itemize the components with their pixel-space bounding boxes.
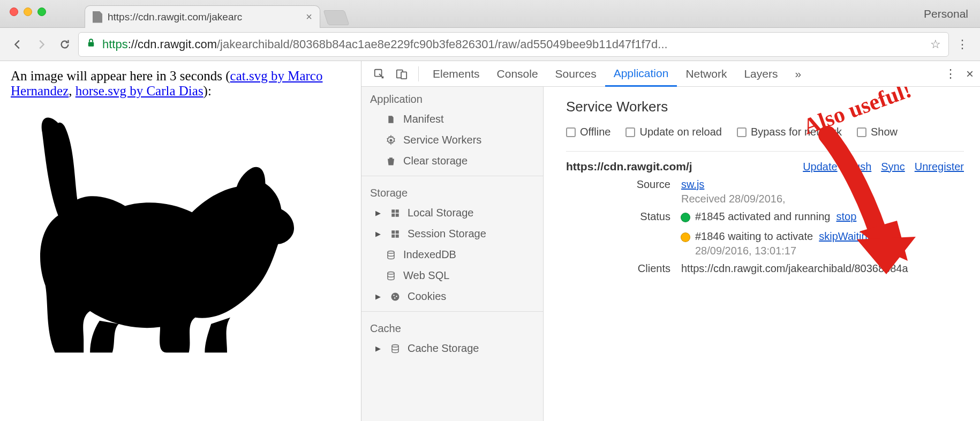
inspect-element-icon[interactable] [368,63,390,85]
opt-offline[interactable]: Offline [566,126,610,138]
close-tab-icon[interactable]: × [306,11,312,23]
sidebar-item-manifest[interactable]: Manifest [361,109,543,130]
database-icon [389,343,401,355]
maximize-window-button[interactable] [37,7,46,16]
page-viewport: An image will appear here in 3 seconds (… [0,61,361,421]
titlebar: https://cdn.rawgit.com/jakearc × Persona… [0,0,980,28]
sidebar-item-service-workers[interactable]: Service Workers [361,130,543,151]
sw-unregister-link[interactable]: Unregister [915,161,964,173]
sw-origin-row: https://cdn.rawgit.com/j Update Push Syn… [566,160,964,173]
sw-update-link[interactable]: Update [803,161,838,173]
svg-point-14 [388,272,394,274]
sidebar-item-local-storage[interactable]: ▶ Local Storage [361,202,543,223]
reload-button[interactable] [55,34,75,55]
browser-menu-button[interactable]: ⋮ [952,37,973,51]
sw-sync-link[interactable]: Sync [881,161,904,173]
device-toolbar-icon[interactable] [390,63,413,85]
file-icon [93,11,102,23]
sidebar-item-indexeddb[interactable]: IndexedDB [361,244,543,265]
row-status: Status #1845 activated and running stop … [566,210,964,257]
svg-point-17 [396,295,397,297]
sw-skipwaiting-link[interactable]: skipWaiting [819,230,873,242]
tab-layers[interactable]: Layers [735,61,786,87]
minimize-window-button[interactable] [24,7,32,16]
sw-clients-url: https://cdn.rawgit.com/jakearchibald/803… [681,262,964,275]
expand-icon[interactable]: ▶ [375,344,383,352]
sb-section-application: Application [361,87,543,109]
opt-bypass-network[interactable]: Bypass for network [737,126,842,138]
sw-status-2-time: 28/09/2016, 13:01:17 [695,245,964,257]
sidebar-item-clear-storage[interactable]: Clear storage [361,151,543,171]
devtools-tabbar: Elements Console Sources Application Net… [361,61,980,87]
tab-console[interactable]: Console [488,61,547,87]
database-icon [385,270,397,282]
sw-origin: https://cdn.rawgit.com/j [566,160,692,173]
svg-rect-10 [396,230,399,234]
browser-tab[interactable]: https://cdn.rawgit.com/jakearc × [85,5,320,28]
lock-icon [86,37,96,51]
tab-network[interactable]: Network [677,61,735,87]
grid-icon [389,228,401,240]
profile-label[interactable]: Personal [924,7,968,20]
expand-icon[interactable]: ▶ [375,209,383,217]
service-workers-panel: Service Workers Offline Update on reload… [544,87,980,421]
svg-point-19 [392,344,398,347]
row-source: Source sw.js Received 28/09/2016, [566,178,964,205]
row-clients: Clients https://cdn.rawgit.com/jakearchi… [566,262,964,275]
sw-source-file[interactable]: sw.js [681,178,704,190]
cookie-icon [389,291,401,303]
sw-push-link[interactable]: Push [847,161,872,173]
forward-button[interactable] [31,34,51,55]
bookmark-star-icon[interactable]: ☆ [930,37,941,51]
address-bar[interactable]: https://cdn.rawgit.com/jakearchibald/803… [78,32,949,57]
url-text: https://cdn.rawgit.com/jakearchibald/803… [102,37,668,51]
link-horse-svg[interactable]: horse.svg by Carla Dias [76,84,203,98]
tab-sources[interactable]: Sources [547,61,605,87]
svg-point-18 [394,297,396,299]
svg-point-13 [388,251,394,253]
window-controls [0,0,56,24]
sw-received: Received 28/09/2016, [681,193,964,205]
svg-rect-12 [396,234,399,237]
page-text: An image will appear here in 3 seconds (… [11,69,350,99]
status-dot-green-icon [681,213,690,222]
svg-rect-11 [391,234,395,237]
sidebar-item-cookies[interactable]: ▶ Cookies [361,286,543,307]
sw-stop-link[interactable]: stop [836,210,857,222]
application-sidebar: Application Manifest Service Workers Cle… [361,87,544,421]
grid-icon [389,207,401,219]
opt-update-on-reload[interactable]: Update on reload [625,126,721,138]
status-dot-orange-icon [681,233,690,242]
sidebar-item-websql[interactable]: Web SQL [361,265,543,286]
svg-rect-9 [391,230,395,234]
tab-title: https://cdn.rawgit.com/jakearc [108,11,242,23]
tab-application[interactable]: Application [605,61,677,87]
sidebar-item-cache-storage[interactable]: ▶ Cache Storage [361,338,543,359]
expand-icon[interactable]: ▶ [375,292,383,300]
svg-point-15 [391,292,399,300]
gear-icon [385,134,397,146]
svg-rect-6 [396,209,399,213]
content-split: An image will appear here in 3 seconds (… [0,61,980,421]
svg-rect-7 [391,213,395,216]
devtools-menu-icon[interactable]: ⋮ [945,67,956,81]
devtools: Elements Console Sources Application Net… [361,61,980,421]
sw-status-1: #1845 activated and running stop [681,210,964,223]
close-window-button[interactable] [10,7,18,16]
svg-rect-5 [391,209,395,213]
svg-rect-8 [396,213,399,216]
sw-options: Offline Update on reload Bypass for netw… [566,126,964,138]
opt-show-all[interactable]: Show [857,126,898,138]
sb-section-storage: Storage [361,181,543,202]
sidebar-item-session-storage[interactable]: ▶ Session Storage [361,223,543,244]
new-tab-button[interactable] [323,10,349,25]
file-icon [385,114,397,125]
devtools-close-icon[interactable]: × [966,66,974,81]
sb-section-cache: Cache [361,316,543,338]
expand-icon[interactable]: ▶ [375,230,383,238]
tab-elements[interactable]: Elements [424,61,488,87]
back-button[interactable] [7,34,28,55]
sw-status-2: #1846 waiting to activate skipWaiting 28… [681,230,964,257]
panel-title: Service Workers [566,99,964,115]
tabs-overflow[interactable]: » [786,61,810,87]
